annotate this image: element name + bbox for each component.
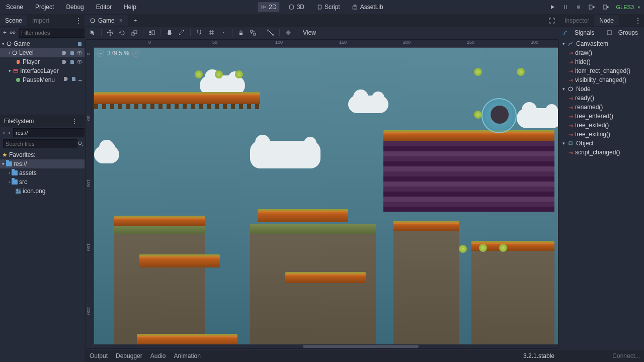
script-icon[interactable] xyxy=(69,59,75,65)
script-icon[interactable] xyxy=(70,76,76,82)
fs-favorites[interactable]: ★ Favorites: xyxy=(0,150,85,159)
tree-node-level[interactable]: › Level xyxy=(0,48,85,57)
svg-point-19 xyxy=(17,190,18,191)
mode-assetlib[interactable]: AssetLib xyxy=(349,2,386,12)
visibility-icon[interactable] xyxy=(76,59,83,65)
list-select-tool[interactable] xyxy=(147,28,157,38)
fs-assets[interactable]: › assets xyxy=(0,168,85,177)
tab-import[interactable]: Import xyxy=(27,15,54,26)
open-scene-icon[interactable] xyxy=(61,50,67,56)
viewport-canvas[interactable]: 0 50 100 150 200 250 300 0 50 100 150 20… xyxy=(86,39,558,349)
menu-project[interactable]: Project xyxy=(33,3,56,12)
game-canvas[interactable] xyxy=(94,48,558,348)
tab-audio[interactable]: Audio xyxy=(150,352,166,359)
pause-button[interactable] xyxy=(560,3,571,12)
scale-tool[interactable] xyxy=(129,28,139,38)
signal-visibility[interactable]: ⇥visibility_changed() xyxy=(559,75,644,84)
tab-inspector[interactable]: Inspector xyxy=(559,15,594,26)
instance-scene-button[interactable] xyxy=(10,28,16,37)
play-custom-button[interactable] xyxy=(600,3,612,12)
menu-help[interactable]: Help xyxy=(122,3,138,12)
menu-debug[interactable]: Debug xyxy=(64,3,86,12)
signal-tree-exited[interactable]: ⇥tree_exited() xyxy=(559,121,644,130)
svg-rect-27 xyxy=(239,33,243,35)
rotate-tool[interactable] xyxy=(117,28,127,38)
scrollbar-horizontal[interactable] xyxy=(94,344,558,348)
select-tool[interactable] xyxy=(88,28,98,38)
svg-point-11 xyxy=(79,61,80,63)
snap-options[interactable]: ⋮ xyxy=(218,28,228,38)
tree-node-game[interactable]: ▾ Game xyxy=(0,39,85,48)
tab-animation[interactable]: Animation xyxy=(174,352,200,359)
signal-renamed[interactable]: ⇥renamed() xyxy=(559,103,644,112)
fs-src[interactable]: › src xyxy=(0,177,85,187)
signal-tree-exiting[interactable]: ⇥tree_exiting() xyxy=(559,130,644,139)
zoom-level[interactable]: 379.5 % xyxy=(107,50,129,57)
tab-output[interactable]: Output xyxy=(90,352,108,359)
panel-menu-icon[interactable]: ⋮ xyxy=(72,17,85,24)
renderer-dropdown-icon[interactable]: ▾ xyxy=(638,5,640,10)
group-tool[interactable] xyxy=(248,28,258,38)
signal-draw[interactable]: ⇥draw() xyxy=(559,48,644,57)
snap-toggle[interactable] xyxy=(194,28,204,38)
signal-ready[interactable]: ⇥ready() xyxy=(559,94,644,103)
tree-node-pausemenu[interactable]: PauseMenu ⌣ xyxy=(0,75,85,84)
zoom-out-button[interactable]: − xyxy=(97,50,104,57)
bone-tool[interactable] xyxy=(266,28,276,38)
signal-class-node[interactable]: ▾Node xyxy=(559,84,644,94)
move-tool[interactable] xyxy=(105,28,115,38)
distraction-free-icon[interactable] xyxy=(544,17,559,24)
stop-button[interactable] xyxy=(573,3,584,12)
script-icon[interactable] xyxy=(69,50,75,56)
panel-menu-icon[interactable]: ⋮ xyxy=(68,118,80,125)
svg-rect-29 xyxy=(254,33,256,35)
panel-menu-icon[interactable]: ⋮ xyxy=(632,17,644,24)
mode-3d[interactable]: 3D xyxy=(286,2,307,12)
add-node-button[interactable]: + xyxy=(3,28,7,37)
renderer-label[interactable]: GLES3 xyxy=(616,4,634,10)
add-tab-button[interactable]: + xyxy=(131,16,140,25)
pan-tool[interactable] xyxy=(165,28,175,38)
tree-node-player[interactable]: Player xyxy=(0,57,85,66)
scene-tree: ▾ Game › Level xyxy=(0,38,85,85)
open-scene-icon[interactable] xyxy=(61,59,67,65)
lock-tool[interactable] xyxy=(236,28,246,38)
search-files-input[interactable] xyxy=(3,139,77,148)
fs-res[interactable]: ▾ res:// xyxy=(0,159,85,168)
play-scene-button[interactable] xyxy=(586,3,598,12)
group-icon[interactable]: ⌣ xyxy=(78,76,83,84)
visibility-icon[interactable] xyxy=(76,50,83,56)
signal-script-changed[interactable]: ⇥script_changed() xyxy=(559,148,644,157)
tab-debugger[interactable]: Debugger xyxy=(116,352,142,359)
close-tab-icon[interactable]: × xyxy=(119,17,123,24)
fs-icon-png[interactable]: icon.png xyxy=(0,187,85,196)
signal-class-object[interactable]: ▾Object xyxy=(559,139,644,148)
tree-node-interface[interactable]: ▾ InterfaceLayer xyxy=(0,66,85,75)
open-scene-icon[interactable] xyxy=(63,76,69,82)
script-icon[interactable] xyxy=(76,41,83,47)
signal-tree-entered[interactable]: ⇥tree_entered() xyxy=(559,112,644,121)
next-button[interactable]: › xyxy=(8,128,10,137)
tab-scene[interactable]: Scene xyxy=(0,15,27,26)
play-button[interactable] xyxy=(547,3,558,12)
tab-node[interactable]: Node xyxy=(594,15,619,26)
subtab-signals[interactable]: Signals xyxy=(572,28,597,37)
menu-scene[interactable]: Scene xyxy=(4,3,25,12)
signal-item-rect[interactable]: ⇥item_rect_changed() xyxy=(559,66,644,75)
connect-button[interactable]: Connect... xyxy=(612,352,640,359)
zoom-in-button[interactable]: + xyxy=(132,50,139,57)
signal-hide[interactable]: ⇥hide() xyxy=(559,57,644,66)
grid-snap-toggle[interactable] xyxy=(206,28,216,38)
prev-button[interactable]: ‹ xyxy=(3,128,5,137)
mode-script[interactable]: Script xyxy=(313,2,343,12)
menu-editor[interactable]: Editor xyxy=(94,3,114,12)
ruler-tool[interactable] xyxy=(177,28,187,38)
mode-2d[interactable]: 2D xyxy=(258,2,279,12)
signal-class-canvasitem[interactable]: ▾CanvasItem xyxy=(559,39,644,48)
path-input[interactable] xyxy=(13,128,88,137)
subtab-groups[interactable]: Groups xyxy=(615,28,641,37)
viewport-scene-tab[interactable]: Game × xyxy=(85,15,128,26)
view-menu[interactable]: View xyxy=(301,28,318,37)
key-insert-button[interactable] xyxy=(283,28,293,38)
filter-nodes-input[interactable] xyxy=(19,28,93,38)
